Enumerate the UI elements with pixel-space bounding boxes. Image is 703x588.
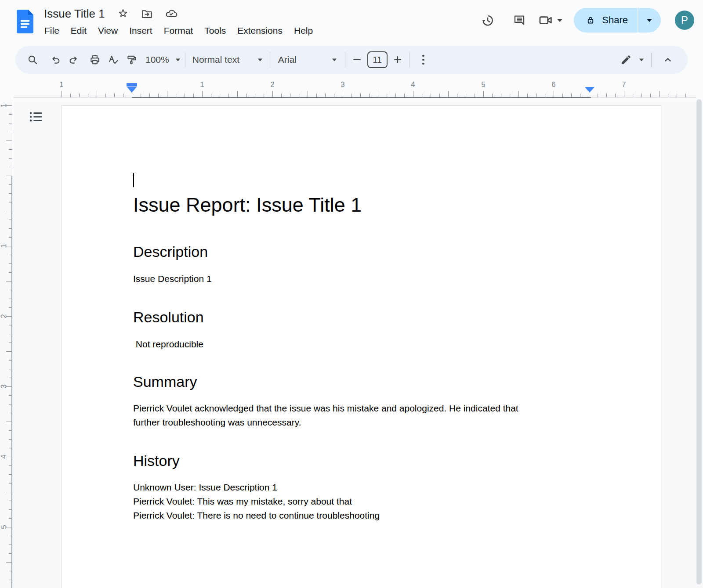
toolbar-divider — [185, 52, 185, 67]
share-options-button[interactable] — [638, 8, 661, 32]
ruler-number: 6 — [548, 80, 559, 89]
undo-button[interactable] — [46, 51, 65, 69]
section-paragraph[interactable]: Unknown User: Issue Description 1 — [133, 480, 590, 494]
menu-file[interactable]: File — [39, 24, 65, 37]
vertical-ruler[interactable]: 1 1 2 3 4 5 — [0, 99, 12, 588]
menu-extensions[interactable]: Extensions — [232, 24, 288, 37]
version-history-button[interactable] — [475, 9, 500, 32]
document-page[interactable]: Issue Report: Issue Title 1 Description … — [62, 105, 661, 588]
menu-bar: File Edit View Insert Format Tools Exten… — [39, 24, 319, 37]
share-button-group: Share — [574, 8, 661, 32]
video-camera-icon — [538, 13, 553, 28]
join-call-dropdown[interactable] — [538, 13, 562, 28]
hide-menus-button[interactable] — [659, 51, 677, 69]
section-paragraph[interactable]: Pierrick Voulet: This was my mistake, so… — [133, 494, 590, 509]
share-button[interactable]: Share — [574, 8, 638, 32]
section-heading-history[interactable]: History — [133, 451, 590, 471]
ruler-number: 2 — [0, 312, 8, 320]
google-docs-logo-icon[interactable] — [17, 10, 33, 33]
comments-button[interactable] — [507, 9, 532, 32]
document-title[interactable]: Issue Title 1 — [44, 7, 105, 21]
font-select[interactable]: Arial — [275, 54, 341, 65]
chevron-down-icon — [332, 58, 337, 61]
ruler-number: 4 — [408, 80, 418, 89]
menu-view[interactable]: View — [92, 24, 123, 37]
star-icon[interactable] — [117, 8, 129, 19]
chevron-up-icon — [662, 54, 674, 65]
share-button-label: Share — [602, 14, 628, 26]
document-outline-icon — [28, 109, 44, 125]
empty-paragraph[interactable] — [133, 173, 590, 191]
menu-format[interactable]: Format — [158, 24, 199, 37]
toolbar-divider — [409, 52, 410, 67]
section-paragraph[interactable]: Pierrick Voulet: There is no need to con… — [133, 509, 590, 523]
plus-icon — [393, 55, 402, 65]
minus-icon — [353, 59, 361, 61]
ruler-ticks — [62, 91, 693, 97]
zoom-value: 100% — [145, 54, 169, 65]
app-header: Issue Title 1 File Edit View Insert Form… — [0, 0, 703, 44]
first-line-indent-marker[interactable] — [127, 83, 137, 87]
right-indent-marker[interactable] — [585, 87, 594, 93]
zoom-select[interactable]: 100% — [145, 54, 181, 65]
section-heading-resolution[interactable]: Resolution — [133, 307, 590, 327]
increase-font-size-button[interactable] — [390, 51, 405, 69]
section-paragraph[interactable]: Pierrick Voulet acknowledged that the is… — [133, 401, 590, 415]
toolbar-divider — [651, 52, 652, 67]
ruler-ticks — [6, 105, 12, 588]
ruler-number: 2 — [267, 80, 278, 89]
left-indent-marker[interactable] — [127, 87, 137, 93]
vertical-scrollbar[interactable] — [696, 99, 702, 584]
account-avatar[interactable]: P — [675, 11, 694, 30]
ruler-number: 5 — [478, 80, 489, 89]
paint-format-button[interactable] — [123, 51, 141, 69]
print-button[interactable] — [86, 51, 104, 69]
text-cursor — [133, 173, 134, 187]
redo-button[interactable] — [65, 51, 83, 69]
section-paragraph[interactable]: Not reproducible — [133, 337, 590, 351]
paragraph-style-value: Normal text — [192, 54, 239, 65]
menu-insert[interactable]: Insert — [123, 24, 158, 37]
cloud-saved-icon[interactable] — [165, 7, 178, 20]
menu-edit[interactable]: Edit — [65, 24, 92, 37]
font-size-input[interactable]: 11 — [367, 51, 388, 68]
toolbar: 100% Normal text Arial 11 — [15, 46, 688, 74]
section-heading-summary[interactable]: Summary — [133, 372, 590, 392]
chevron-down-icon — [176, 58, 180, 61]
section-heading-description[interactable]: Description — [133, 242, 590, 262]
font-value: Arial — [278, 54, 297, 65]
search-menus-button[interactable] — [23, 51, 42, 69]
ruler-number: 3 — [337, 80, 348, 89]
chevron-down-icon — [258, 58, 262, 61]
doc-heading-title[interactable]: Issue Report: Issue Title 1 — [133, 191, 590, 219]
menu-help[interactable]: Help — [288, 24, 319, 37]
more-formatting-button[interactable] — [414, 51, 433, 69]
pencil-icon — [620, 54, 632, 65]
move-to-folder-icon[interactable] — [141, 8, 153, 20]
lock-icon — [585, 15, 596, 25]
ruler-number: 5 — [0, 523, 8, 531]
paragraph-style-select[interactable]: Normal text — [190, 54, 265, 65]
ruler-number: 1 — [197, 80, 207, 89]
document-content: Issue Report: Issue Title 1 Description … — [133, 172, 590, 523]
editing-mode-select[interactable] — [620, 54, 644, 65]
chevron-down-icon — [647, 19, 652, 22]
ruler-number: 1 — [0, 101, 8, 109]
spellcheck-button[interactable] — [104, 51, 123, 69]
kebab-menu-icon — [422, 55, 424, 65]
ruler-number: 1 — [0, 242, 8, 250]
show-document-outline-button[interactable] — [25, 106, 47, 127]
horizontal-ruler[interactable]: 1 1 2 3 4 5 6 7 — [0, 80, 703, 99]
ruler-number: 3 — [0, 382, 8, 390]
decrease-font-size-button[interactable] — [350, 51, 365, 69]
chevron-down-icon — [557, 19, 562, 22]
ruler-number: 7 — [619, 80, 629, 89]
chevron-down-icon — [639, 58, 644, 61]
ruler-number: 4 — [0, 453, 8, 461]
toolbar-divider — [345, 52, 345, 67]
menu-tools[interactable]: Tools — [199, 24, 232, 37]
section-paragraph[interactable]: further troubleshooting was unnecessary. — [133, 415, 590, 429]
ruler-baseline-active — [132, 97, 591, 98]
section-paragraph[interactable]: Issue Description 1 — [133, 272, 590, 286]
ruler-number: 1 — [56, 80, 67, 89]
